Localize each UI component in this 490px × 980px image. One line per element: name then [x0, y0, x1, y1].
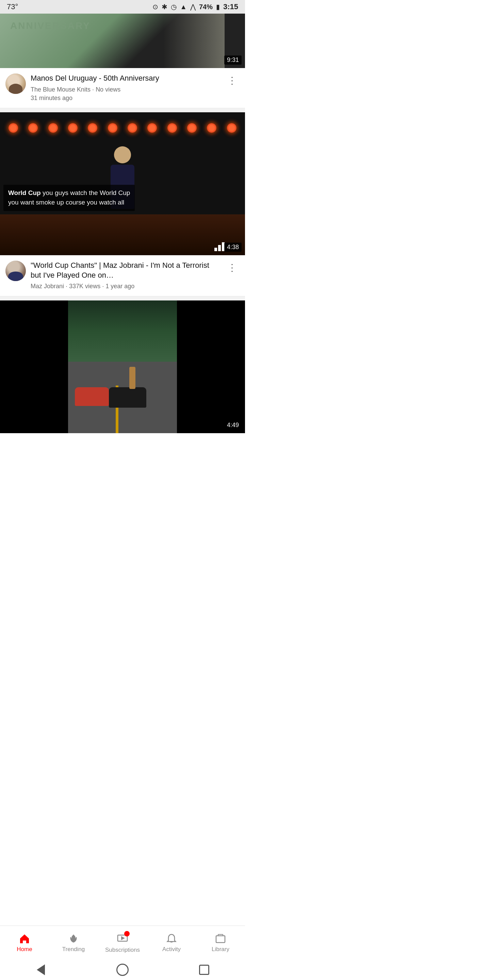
temperature: 73°	[7, 2, 18, 11]
video1-thumbnail[interactable]: ANNIVERSARY 9:31	[0, 14, 245, 68]
status-bar: 73° ⊙ ✱ ◷ ▲ ⋀ 74% ▮ 3:15	[0, 0, 245, 14]
anniversary-overlay-text: ANNIVERSARY	[10, 21, 91, 31]
video2-meta: "World Cup Chants" | Maz Jobrani - I'm N…	[30, 261, 220, 291]
video2-more-button[interactable]: ⋮	[224, 261, 240, 275]
wifi-icon: ▲	[180, 3, 187, 11]
separator-1	[0, 108, 245, 112]
video2-info-row: "World Cup Chants" | Maz Jobrani - I'm N…	[0, 255, 245, 296]
video2-duration: 4:38	[224, 243, 242, 252]
comedian-head	[114, 146, 131, 163]
video2-title[interactable]: "World Cup Chants" | Maz Jobrani - I'm N…	[30, 261, 220, 280]
status-icons: ⊙ ✱ ◷ ▲ ⋀ 74% ▮ 3:15	[153, 2, 238, 11]
video2-caption: World Cup you guys watch the World Cup y…	[3, 185, 135, 211]
stage-floor	[0, 215, 245, 255]
video1-time-ago: 31 minutes ago	[30, 94, 220, 102]
video2-signal-bars	[215, 242, 224, 251]
video1-duration: 9:31	[224, 56, 242, 65]
separator-2	[0, 296, 245, 301]
video3-thumbnail[interactable]: 4:49	[0, 301, 245, 433]
battery-percent: 74%	[199, 3, 213, 11]
video1-info-row: Manos Del Uruguay - 50th Anniversary The…	[0, 68, 245, 108]
video2-thumbnail[interactable]: World Cup you guys watch the World Cup y…	[0, 112, 245, 255]
video2-channel: Maz Jobrani · 337K views · 1 year ago	[30, 282, 220, 291]
video2-channel-avatar[interactable]	[5, 261, 26, 281]
video1-channel-avatar[interactable]	[5, 73, 26, 94]
video1-title[interactable]: Manos Del Uruguay - 50th Anniversary	[30, 73, 220, 83]
video1-more-button[interactable]: ⋮	[224, 73, 240, 88]
video1-meta: Manos Del Uruguay - 50th Anniversary The…	[30, 73, 220, 102]
bottom-nav-spacer	[0, 433, 245, 488]
stage-lights	[0, 112, 245, 133]
bluetooth-icon: ✱	[162, 3, 167, 11]
video3-duration: 4:49	[224, 421, 242, 430]
avatar-image	[5, 73, 26, 94]
screen-rotation-icon: ⊙	[153, 3, 158, 11]
signal-icon: ⋀	[190, 3, 196, 11]
alarm-icon: ◷	[171, 3, 177, 11]
video1-channel-name: The Blue Mouse Knits · No views	[30, 86, 220, 94]
battery-icon: ▮	[216, 3, 220, 11]
clock: 3:15	[223, 2, 238, 11]
